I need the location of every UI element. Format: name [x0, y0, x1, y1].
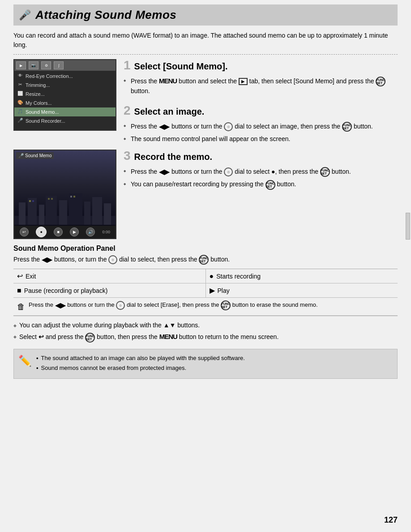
func-set-btn-6: FUNCSET: [221, 300, 231, 310]
step-1-number: 1: [124, 59, 131, 72]
svg-rect-13: [51, 198, 53, 200]
step-1-heading: Select [Sound Memo].: [134, 61, 228, 72]
step-2-bullet-1: Press the ◀▶ buttons or turn the ○ dial …: [124, 121, 398, 132]
func-set-btn-4: FUNCSET: [265, 180, 275, 190]
panel-row-2: ■ Pause (recording or playback) ▶ Play: [13, 283, 398, 298]
ctrl-pause: ■: [54, 227, 63, 236]
panel-cell-erase: 🗑 Press the ◀▶ buttons or turn the ○ dia…: [13, 298, 398, 316]
note-content: • The sound attached to an image can als…: [36, 354, 245, 374]
controls-bar: ↩ ● ■ ▶ 🔊 0:00: [14, 226, 116, 238]
record-icon: ●: [210, 272, 214, 280]
func-set-btn-5: FUNCSET: [199, 255, 209, 265]
tip-1-text: You can adjust the volume during playbac…: [19, 321, 200, 330]
dial-icon-4: ○: [116, 301, 125, 310]
svg-rect-14: [70, 196, 72, 197]
svg-rect-7: [84, 202, 90, 225]
erase-text: Press the ◀▶ buttons or turn the ○ dial …: [29, 300, 318, 311]
func-set-btn-2: FUNCSET: [342, 122, 352, 132]
sound-memo-screen-label: 🎤Sound Memo: [16, 152, 54, 159]
step-3-number: 3: [124, 150, 131, 162]
panel-table: ↩ Exit ● Starts recording ■ Pause (recor…: [13, 269, 398, 316]
panel-row-1: ↩ Exit ● Starts recording: [13, 269, 398, 283]
menu-tab-camera: 📷: [29, 61, 39, 69]
menu-items-list: 👁Red-Eye Correction... ✂Trimming... ⬜Res…: [14, 72, 116, 125]
func-set-btn-1: FUNCSET: [376, 77, 385, 86]
play-icon: ▶: [210, 286, 215, 295]
exit-label: Exit: [26, 273, 36, 280]
step-3-heading: Record the memo.: [134, 152, 212, 162]
panel-cell-record: ● Starts recording: [206, 269, 398, 283]
ctrl-back: ↩: [20, 227, 29, 236]
menu-tab-play: ▶: [16, 61, 26, 69]
tips-section: ◆ You can adjust the volume during playb…: [13, 321, 398, 342]
svg-rect-8: [92, 197, 102, 225]
step-3: 3 Record the memo. Press the ◀▶ buttons …: [124, 150, 398, 192]
operation-panel-section: Sound Memo Operation Panel Press the ◀▶ …: [13, 245, 398, 316]
step-2-number: 2: [124, 104, 131, 117]
step-1-bullets: Press the MENU button and select the ▶ t…: [124, 76, 398, 96]
panel-cell-pause: ■ Pause (recording or playback): [13, 283, 206, 297]
step-3-container: 🎤Sound Memo: [13, 150, 398, 239]
step-3-bullet-2: You can pause/restart recording by press…: [124, 180, 398, 189]
record-label: Starts recording: [216, 273, 261, 280]
note-1-text: The sound attached to an image can also …: [41, 354, 245, 363]
dial-icon-3: ○: [108, 255, 117, 264]
step-3-bullet-1: Press the ◀▶ buttons or turn the ○ dial …: [124, 167, 398, 177]
page-title: Attaching Sound Memos: [35, 8, 176, 22]
pause-label: Pause (recording or playback): [24, 287, 108, 294]
ctrl-time: 0:00: [102, 230, 110, 234]
dial-icon-1: ○: [224, 122, 233, 131]
panel-row-erase: 🗑 Press the ◀▶ buttons or turn the ○ dia…: [13, 298, 398, 316]
menu-item-redeye: 👁Red-Eye Correction...: [14, 72, 116, 81]
step-3-screenshot: 🎤Sound Memo: [13, 150, 116, 239]
step-1-bullet-1: Press the MENU button and select the ▶ t…: [124, 76, 398, 96]
panel-cell-exit: ↩ Exit: [13, 269, 206, 283]
step-2-bullets: Press the ◀▶ buttons or turn the ○ dial …: [124, 121, 398, 144]
step-2-heading: Select an image.: [134, 107, 205, 117]
tip-2-bullet: ◆: [13, 334, 17, 340]
svg-rect-1: [19, 202, 26, 225]
scroll-indicator[interactable]: [406, 213, 410, 240]
menu-item-soundrecorder: 🎤Sound Recorder...: [14, 116, 116, 125]
menu-screenshot: ▶ 📷 ⚙ ∫ 👁Red-Eye Correction... ✂Trimming…: [13, 59, 116, 131]
erase-icon: 🗑: [17, 301, 25, 313]
svg-rect-10: [29, 200, 31, 202]
operation-panel-title: Sound Memo Operation Panel: [13, 245, 398, 253]
steps-1-2-container: ▶ 📷 ⚙ ∫ 👁Red-Eye Correction... ✂Trimming…: [13, 59, 398, 146]
tip-1: ◆ You can adjust the volume during playb…: [13, 321, 398, 330]
operation-panel-desc: Press the ◀▶ buttons, or turn the ○ dial…: [13, 254, 398, 265]
svg-rect-11: [32, 200, 34, 202]
dial-icon-2: ○: [224, 167, 233, 176]
exit-icon: ↩: [17, 272, 23, 280]
sound-memo-icon: 🎤: [19, 9, 31, 21]
menu-tab-extra: ∫: [54, 61, 64, 69]
step-2-bullet-2: The sound memo control panel will appear…: [124, 134, 398, 144]
page-number: 127: [384, 515, 398, 525]
step-1: 1 Select [Sound Memo]. Press the MENU bu…: [124, 59, 398, 98]
func-set-btn-7: FUNCSET: [85, 333, 95, 343]
menu-item-resize: ⬜Resize...: [14, 90, 116, 99]
svg-rect-15: [73, 196, 75, 197]
menu-item-mycolors: 🎨My Colors...: [14, 99, 116, 107]
svg-rect-6: [69, 193, 82, 225]
step-2: 2 Select an image. Press the ◀▶ buttons …: [124, 104, 398, 146]
svg-rect-9: [104, 203, 111, 225]
svg-rect-4: [46, 196, 57, 225]
play-tab-icon: ▶: [239, 78, 248, 85]
note-2-text: Sound memos cannot be erased from protec…: [41, 364, 186, 373]
tip-1-bullet: ◆: [13, 323, 17, 329]
tip-2: ◆ Select ↩ and press the FUNCSET button,…: [13, 332, 398, 342]
step-3-bullets: Press the ◀▶ buttons or turn the ○ dial …: [124, 167, 398, 189]
menu-tab-settings: ⚙: [41, 61, 51, 69]
tip-2-text: Select ↩ and press the FUNCSET button, t…: [19, 332, 278, 342]
func-set-btn-3: FUNCSET: [320, 167, 330, 177]
note-1: • The sound attached to an image can als…: [36, 354, 245, 363]
page-header: 🎤 Attaching Sound Memos: [13, 4, 398, 26]
ctrl-play: ▶: [70, 227, 79, 236]
note-2: • Sound memos cannot be erased from prot…: [36, 364, 245, 373]
menu-item-soundmemo: 🎵Sound Memo...: [14, 107, 116, 116]
ctrl-record: ●: [36, 227, 47, 237]
svg-rect-12: [48, 198, 50, 200]
svg-rect-5: [59, 200, 67, 225]
play-label: Play: [218, 287, 230, 294]
